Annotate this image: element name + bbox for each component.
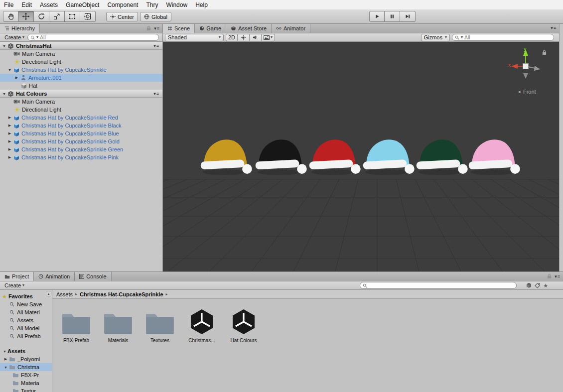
hierarchy-item-directional-light[interactable]: Directional Light [0, 58, 162, 66]
tab-game[interactable]: Game [195, 24, 226, 33]
asset-hat-colours-scene[interactable]: Hat Colours [226, 307, 262, 343]
tab-asset-store[interactable]: Asset Store [226, 24, 272, 33]
hierarchy-item-christmas-hat-prefab[interactable]: ▼ Christmas Hat by CupcakeSprinkle [0, 66, 162, 74]
search-by-label-icon[interactable] [535, 283, 540, 288]
favorites-header[interactable]: ★ Favorites [0, 292, 52, 300]
view-direction-button[interactable]: ◄ Front [517, 89, 536, 95]
menu-component[interactable]: Component [103, 0, 142, 9]
scene-header-hat-colours[interactable]: ▼ Hat Colours ▾≡ [0, 90, 162, 98]
favorites-star-icon[interactable]: ★ [543, 283, 548, 288]
hand-tool-button[interactable] [3, 11, 18, 22]
hat-pink[interactable] [466, 134, 522, 177]
scrollbar-up-arrow[interactable]: ▲ [46, 291, 51, 296]
project-search-input[interactable] [360, 282, 517, 289]
collapse-arrow-icon[interactable]: ▼ [1, 44, 7, 48]
panel-menu-icon[interactable]: ▾≡ [154, 26, 160, 31]
assets-root-folder[interactable]: ▼ Assets [0, 347, 52, 355]
hierarchy-item-directional-light-2[interactable]: Directional Light [0, 106, 162, 114]
hat-black[interactable] [253, 134, 308, 177]
favorite-new-saved-search[interactable]: New Save [0, 300, 52, 308]
hierarchy-item-hat-black[interactable]: ▶ Christmas Hat by CupcakeSprinkle Black [0, 122, 162, 130]
menu-file[interactable]: File [0, 0, 17, 9]
2d-toggle-button[interactable]: 2D [226, 34, 238, 41]
lighting-toggle-button[interactable] [238, 34, 250, 41]
expand-arrow-icon[interactable]: ▶ [3, 357, 8, 361]
hat-blue[interactable] [360, 134, 416, 177]
favorite-all-models[interactable]: All Model [0, 324, 52, 332]
tab-console[interactable]: Console [75, 272, 111, 281]
breadcrumb-root[interactable]: Assets [56, 291, 73, 297]
panel-menu-icon[interactable]: ▾≡ [551, 25, 557, 30]
search-filter-chevron-icon[interactable]: ▾ [461, 35, 463, 39]
search-filter-chevron-icon[interactable]: ▾ [36, 35, 38, 39]
asset-fbx-prefab-folder[interactable]: FBX-Prefab [58, 307, 94, 343]
hierarchy-item-main-camera[interactable]: Main Camera [0, 50, 162, 58]
viewport-lock-icon[interactable] [542, 50, 547, 55]
hierarchy-create-button[interactable]: Create▾ [1, 34, 27, 41]
scene-viewport[interactable]: y x ◄ Front [163, 42, 559, 271]
hierarchy-search-input[interactable]: ▾ All [27, 34, 159, 41]
menu-gameobject[interactable]: GameObject [62, 0, 103, 9]
play-button[interactable] [369, 11, 385, 22]
pause-button[interactable] [385, 11, 400, 22]
tab-animator[interactable]: Animator [272, 24, 310, 33]
audio-toggle-button[interactable] [250, 34, 262, 41]
scene-search-input[interactable]: ▾ All [452, 34, 554, 41]
tab-scene[interactable]: Scene [163, 24, 195, 33]
favorite-assets[interactable]: Assets [0, 316, 52, 324]
menu-thry[interactable]: Thry [142, 0, 162, 9]
tab-hierarchy[interactable]: Hierarchy [0, 24, 40, 33]
menu-window[interactable]: Window [162, 0, 191, 9]
scale-tool-button[interactable] [49, 11, 65, 22]
rotate-tool-button[interactable] [34, 11, 49, 22]
hat-green[interactable] [414, 134, 469, 177]
move-tool-button[interactable] [18, 11, 34, 22]
space-mode-button[interactable]: Global [140, 12, 171, 21]
breadcrumb-current[interactable]: Christmas Hat-CupcakeSprinkle [80, 291, 163, 297]
hierarchy-item-armature-selected[interactable]: ▶ Armature.001 [0, 74, 162, 82]
asset-textures-folder[interactable]: Textures [142, 307, 178, 343]
pivot-mode-button[interactable]: Center [106, 12, 138, 21]
expand-arrow-icon[interactable]: ▶ [7, 139, 12, 143]
expand-arrow-icon[interactable]: ▶ [7, 124, 12, 128]
effects-dropdown-button[interactable]: ▾ [262, 34, 275, 41]
asset-materials-folder[interactable]: Materials [100, 307, 136, 343]
scene-menu-icon[interactable]: ▾≡ [153, 91, 159, 96]
gizmos-dropdown[interactable]: Gizmos ▾ [421, 34, 450, 41]
hierarchy-item-hat-blue[interactable]: ▶ Christmas Hat by CupcakeSprinkle Blue [0, 130, 162, 137]
folder-poiyomi[interactable]: ▶ _Poiyomi [0, 355, 52, 363]
folder-materials[interactable]: Materia [0, 379, 52, 387]
project-create-button[interactable]: Create▾ [1, 282, 27, 289]
expand-arrow-icon[interactable]: ▶ [14, 76, 19, 80]
folder-textures[interactable]: Textur [0, 387, 52, 392]
expand-arrow-icon[interactable]: ▶ [7, 147, 12, 151]
menu-help[interactable]: Help [191, 0, 212, 9]
scene-menu-icon[interactable]: ▾≡ [153, 43, 159, 48]
transform-tool-button[interactable] [80, 11, 96, 22]
step-button[interactable] [400, 11, 416, 22]
asset-christmas-scene[interactable]: Christmas... [184, 307, 220, 343]
rect-tool-button[interactable] [65, 11, 80, 22]
tab-animation[interactable]: Animation [34, 272, 75, 281]
expand-arrow-icon[interactable]: ▼ [3, 366, 8, 369]
hierarchy-item-hat[interactable]: Hat [0, 82, 162, 90]
folder-christmas-hat-selected[interactable]: ▼ Christma [0, 363, 52, 371]
collapse-arrow-icon[interactable]: ▼ [1, 92, 7, 96]
tab-project[interactable]: Project [0, 272, 34, 281]
scene-header-christmashat[interactable]: ▼ ChristmasHat ▾≡ [0, 42, 162, 50]
lock-icon[interactable] [547, 273, 552, 279]
draw-mode-dropdown[interactable]: Shaded ▾ [165, 34, 224, 41]
expand-arrow-icon[interactable]: ▼ [7, 68, 12, 72]
menu-assets[interactable]: Assets [36, 0, 62, 9]
menu-edit[interactable]: Edit [17, 0, 36, 9]
panel-menu-icon[interactable]: ▾≡ [555, 274, 561, 279]
expand-arrow-icon[interactable]: ▶ [7, 116, 12, 120]
favorite-all-prefabs[interactable]: All Prefab [0, 332, 52, 340]
search-by-type-icon[interactable] [526, 282, 532, 288]
hierarchy-item-hat-red[interactable]: ▶ Christmas Hat by CupcakeSprinkle Red [0, 114, 162, 122]
hierarchy-item-hat-pink[interactable]: ▶ Christmas Hat by CupcakeSprinkle Pink [0, 153, 162, 161]
hierarchy-item-hat-green[interactable]: ▶ Christmas Hat by CupcakeSprinkle Green [0, 145, 162, 153]
expand-arrow-icon[interactable]: ▶ [7, 131, 12, 135]
expand-arrow-icon[interactable]: ▶ [7, 155, 12, 159]
expand-arrow-icon[interactable]: ▼ [2, 350, 7, 353]
